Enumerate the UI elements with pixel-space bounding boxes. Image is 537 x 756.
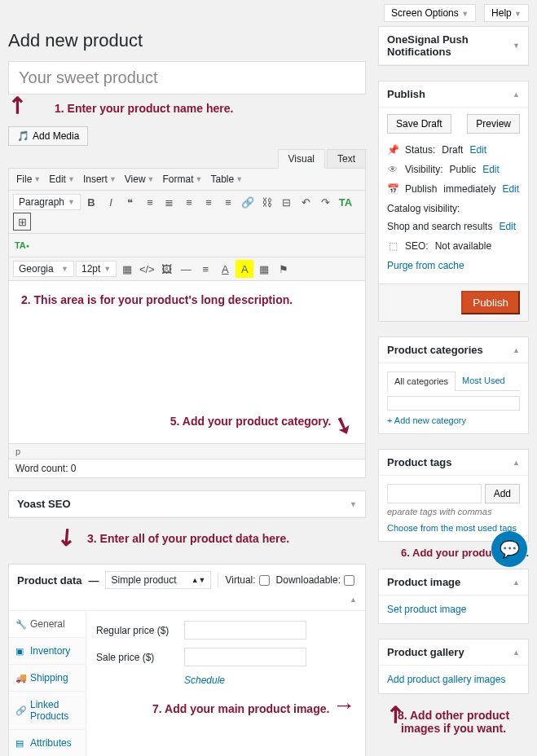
layout-icon[interactable]: ▦ (118, 260, 136, 278)
tab-attributes[interactable]: ▤Attributes (9, 730, 86, 756)
preview-button[interactable]: Preview (467, 114, 520, 134)
regular-price-input[interactable] (184, 621, 306, 640)
downloadable-checkbox[interactable]: Downloadable: (276, 574, 354, 586)
tab-linked[interactable]: 🔗Linked Products (9, 692, 86, 730)
menu-file[interactable]: File ▼ (13, 171, 44, 187)
chat-bubble-icon[interactable]: 💬 (491, 531, 527, 567)
eye-icon: 👁 (387, 164, 398, 175)
anchor-icon[interactable]: ⚑ (275, 260, 293, 278)
page-title: Add new product (8, 30, 366, 51)
align-left-icon[interactable]: ≡ (180, 193, 198, 211)
add-gallery-link[interactable]: Add product gallery images (387, 674, 505, 685)
tab-shipping[interactable]: 🚚Shipping (9, 665, 86, 692)
virtual-checkbox[interactable]: Virtual: (225, 574, 269, 586)
edit-publish-link[interactable]: Edit (502, 183, 519, 195)
edit-catalog-link[interactable]: Edit (499, 221, 516, 232)
chevron-up-icon[interactable]: ▲ (513, 459, 520, 467)
inventory-icon: ▣ (15, 646, 25, 657)
table-icon[interactable]: ▦ (255, 260, 273, 278)
help-label: Help (491, 7, 512, 19)
sale-price-input[interactable] (184, 648, 306, 666)
truck-icon: 🚚 (15, 673, 25, 683)
chevron-up-icon[interactable]: ▲ (513, 90, 520, 99)
chevron-down-icon[interactable]: ▼ (513, 42, 520, 50)
category-list[interactable] (387, 396, 520, 411)
textcolor-icon[interactable]: A (216, 260, 234, 278)
add-category-link[interactable]: + Add new category (387, 415, 520, 425)
save-draft-button[interactable]: Save Draft (387, 114, 451, 134)
tab-visual[interactable]: Visual (278, 149, 325, 169)
bgcolor-icon[interactable]: A (235, 260, 253, 278)
align-right-icon[interactable]: ≡ (219, 193, 237, 211)
tag-input[interactable] (387, 484, 482, 503)
schedule-link[interactable]: Schedule (184, 675, 355, 686)
set-product-image-link[interactable]: Set product image (387, 604, 466, 615)
number-list-icon[interactable]: ≣ (161, 193, 178, 211)
tab-all-categories[interactable]: All categories (387, 371, 456, 391)
menu-table[interactable]: Table ▼ (207, 171, 246, 187)
toolbar-toggle-icon[interactable]: ⊞ (13, 213, 31, 231)
redo-icon[interactable]: ↷ (317, 193, 335, 211)
product-data-title: Product data (17, 574, 81, 587)
tab-most-used[interactable]: Most Used (456, 371, 512, 390)
bullet-list-icon[interactable]: ≡ (141, 193, 159, 211)
bold-icon[interactable]: B (82, 193, 100, 211)
menu-view[interactable]: View ▼ (121, 171, 158, 187)
undo-icon[interactable]: ↶ (297, 193, 315, 211)
italic-icon[interactable]: I (102, 193, 120, 211)
menu-edit[interactable]: Edit ▼ (46, 171, 78, 187)
chevron-up-icon[interactable]: ▲ (513, 346, 520, 354)
help-button[interactable]: Help ▼ (484, 4, 529, 22)
pin-icon: 📌 (387, 144, 398, 156)
attributes-icon: ▤ (15, 738, 25, 749)
regular-price-label: Regular price ($) (96, 625, 178, 636)
sale-price-label: Sale price ($) (96, 652, 178, 663)
tab-text[interactable]: Text (327, 149, 366, 169)
arrow-icon: → (332, 692, 355, 719)
wrench-icon: 🔧 (15, 619, 25, 630)
chevron-up-icon[interactable]: ▲ (513, 578, 520, 587)
chevron-down-icon: ▼ (461, 10, 469, 18)
chevron-up-icon[interactable]: ▲ (350, 596, 357, 604)
align-center-icon[interactable]: ≡ (200, 193, 218, 211)
font-dropdown[interactable]: Georgia▼ (13, 261, 74, 277)
menu-format[interactable]: Format ▼ (160, 171, 206, 187)
fontsize-dropdown[interactable]: 12pt▼ (76, 261, 117, 277)
edit-status-link[interactable]: Edit (469, 144, 486, 156)
choose-tags-link[interactable]: Choose from the most used tags (387, 523, 520, 533)
chevron-down-icon[interactable]: ▼ (350, 500, 357, 508)
product-image-title: Product image (387, 576, 460, 588)
hr-icon[interactable]: — (177, 260, 195, 278)
add-tag-button[interactable]: Add (485, 484, 520, 503)
link-icon[interactable]: 🔗 (239, 193, 257, 211)
paragraph-dropdown[interactable]: Paragraph▼ (13, 194, 81, 210)
code-icon[interactable]: </> (138, 260, 156, 278)
image-icon[interactable]: 🖼 (157, 260, 175, 278)
edit-visibility-link[interactable]: Edit (482, 164, 500, 175)
tab-inventory[interactable]: ▣Inventory (9, 638, 86, 665)
calendar-icon: 📅 (387, 183, 398, 195)
add-media-button[interactable]: 🎵Add Media (8, 126, 88, 146)
publish-title: Publish (387, 88, 425, 100)
product-title-input[interactable] (8, 61, 366, 94)
quote-icon[interactable]: ❝ (121, 193, 139, 211)
editor-content[interactable]: 2. This area is for your product's long … (8, 281, 366, 444)
purge-cache-link[interactable]: Purge from cache (387, 260, 464, 271)
screen-options-button[interactable]: Screen Options ▼ (384, 4, 476, 22)
product-type-select[interactable]: Simple product▲▼ (105, 571, 211, 589)
unlink-icon[interactable]: ⛓ (258, 193, 276, 211)
seo-icon[interactable]: TA (337, 193, 354, 211)
chevron-up-icon[interactable]: ▲ (513, 648, 520, 657)
more-icon[interactable]: ⊟ (278, 193, 296, 211)
arrow-icon: ↖ (50, 522, 82, 554)
annotation-2: 2. This area is for your product's long … (21, 293, 353, 306)
arrow-icon: ➘ (330, 410, 357, 442)
tab-general[interactable]: 🔧General (9, 611, 86, 638)
menu-insert[interactable]: Insert ▼ (80, 171, 120, 187)
seo-status-icon: ⬚ (387, 240, 398, 252)
publish-button[interactable]: Publish (461, 291, 520, 314)
annotation-8: 8. Add other product images if you want. (378, 709, 529, 735)
justify-icon[interactable]: ≡ (196, 260, 214, 278)
tags-note: eparate tags with commas (387, 507, 520, 516)
seo-icon-2[interactable]: TA● (13, 236, 31, 254)
